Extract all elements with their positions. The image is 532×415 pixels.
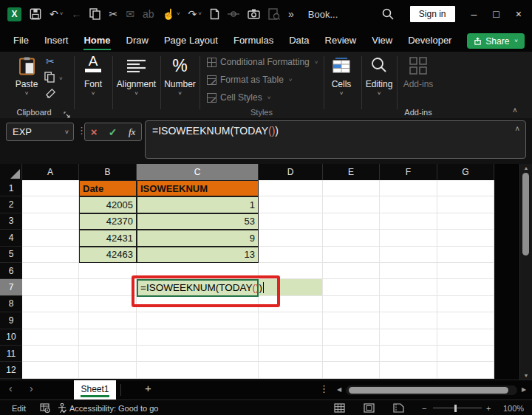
zoom-out-button[interactable]: − (422, 400, 426, 415)
undo-icon[interactable]: ↶˅ (50, 9, 63, 19)
cell-a10[interactable] (22, 329, 79, 346)
cell-a8[interactable] (22, 296, 79, 312)
formula-input[interactable]: =ISOWEEKNUM(TODAY()) ˄ (145, 120, 526, 159)
add-sheet-button[interactable]: + (145, 382, 151, 394)
cell-d4[interactable] (259, 230, 323, 246)
column-header-d[interactable]: D (259, 164, 323, 180)
cell-f9[interactable] (380, 312, 437, 329)
redo-icon[interactable]: ↷˅ (188, 9, 202, 19)
cell-e6[interactable] (323, 263, 380, 279)
cell-e10[interactable] (323, 329, 380, 346)
cell-b7[interactable] (79, 279, 137, 295)
page-layout-view-icon[interactable] (364, 400, 375, 415)
cell-c4[interactable]: 9 (137, 230, 259, 246)
cell-g12[interactable] (437, 362, 494, 378)
row-header-10[interactable]: 10 (0, 329, 22, 346)
cell-f2[interactable] (380, 196, 437, 213)
column-header-b[interactable]: B (79, 164, 137, 180)
cell-g4[interactable] (437, 230, 494, 246)
tab-formulas[interactable]: Formulas (233, 30, 273, 50)
cell-f8[interactable] (380, 296, 437, 312)
cell-d5[interactable] (259, 247, 323, 263)
cell-c12[interactable] (137, 362, 259, 378)
tab-home[interactable]: Home (83, 30, 110, 50)
cell-a1[interactable] (22, 180, 79, 196)
camera-icon[interactable] (248, 9, 260, 19)
cell-e1[interactable] (323, 180, 380, 196)
vertical-scrollbar-thumb[interactable] (522, 173, 529, 255)
paste-button[interactable]: Paste ˅ (10, 55, 43, 97)
accessibility-icon[interactable] (58, 400, 66, 415)
row-header-11[interactable]: 11 (0, 346, 22, 362)
cell-a11[interactable] (22, 346, 79, 362)
format-painter-button[interactable] (45, 88, 56, 102)
row-header-2[interactable]: 2 (0, 196, 22, 213)
cell-a9[interactable] (22, 312, 79, 329)
cell-a3[interactable] (22, 213, 79, 230)
cell-c1[interactable]: ISOWEEKNUM (137, 180, 259, 196)
chevron-down-icon[interactable]: ˅ (60, 11, 64, 17)
cell-g8[interactable] (437, 296, 494, 312)
minimize-button[interactable]: – (471, 8, 477, 20)
cell-d3[interactable] (259, 213, 323, 230)
cell-e12[interactable] (323, 362, 380, 378)
new-document-icon[interactable] (210, 8, 219, 20)
copy-button[interactable] (44, 72, 55, 86)
cell-f11[interactable] (380, 346, 437, 362)
cell-a4[interactable] (22, 230, 79, 246)
editing-button[interactable]: Editing ˅ (360, 55, 398, 97)
row-header-1[interactable]: 1 (0, 180, 22, 196)
cancel-icon[interactable]: × (91, 126, 98, 138)
cut-button[interactable]: ✂ (46, 55, 55, 67)
zoom-level[interactable]: 100% (503, 400, 524, 415)
cells-button[interactable]: Cells ˅ (323, 55, 360, 97)
alignment-button[interactable]: Alignment ˅ (113, 55, 160, 97)
cell-f4[interactable] (380, 230, 437, 246)
save-icon[interactable] (30, 8, 41, 20)
scroll-down-icon[interactable]: ▼ (520, 373, 532, 378)
cell-c8[interactable] (137, 296, 259, 312)
column-header-e[interactable]: E (323, 164, 380, 180)
row-header-4[interactable]: 4 (0, 230, 22, 246)
cell-c5[interactable]: 13 (137, 247, 259, 263)
cell-c10[interactable] (137, 329, 259, 346)
normal-view-icon[interactable] (334, 400, 345, 415)
cell-g6[interactable] (437, 263, 494, 279)
sheet-tabs-more-icon[interactable]: ⋮ (319, 383, 329, 394)
copy-icon[interactable] (89, 8, 100, 20)
cell-e4[interactable] (323, 230, 380, 246)
column-header-f[interactable]: F (380, 164, 437, 180)
sign-in-button[interactable]: Sign in (410, 6, 455, 22)
cell-c6[interactable] (137, 263, 259, 279)
cell-d10[interactable] (259, 329, 323, 346)
cell-b8[interactable] (79, 296, 137, 312)
cell-a12[interactable] (22, 362, 79, 378)
column-header-c[interactable]: C (137, 164, 259, 180)
tab-developer[interactable]: Developer (408, 30, 451, 50)
chevron-down-icon[interactable]: ˅ (59, 75, 63, 82)
cell-b1[interactable]: Date (79, 180, 137, 196)
close-button[interactable]: × (516, 8, 522, 20)
cell-e2[interactable] (323, 196, 380, 213)
chevron-down-icon[interactable]: ˅ (198, 11, 202, 17)
cell-g10[interactable] (437, 329, 494, 346)
cut-icon[interactable]: ✂ (109, 9, 117, 19)
cell-b3[interactable]: 42370 (79, 213, 137, 230)
cell-d1[interactable] (259, 180, 323, 196)
cell-e11[interactable] (323, 346, 380, 362)
cell-a6[interactable] (22, 263, 79, 279)
row-header-7[interactable]: 7 (0, 279, 22, 295)
cell-f6[interactable] (380, 263, 437, 279)
tab-data[interactable]: Data (289, 30, 309, 50)
more-commands-icon[interactable]: » (288, 9, 294, 19)
page-break-view-icon[interactable] (393, 400, 404, 415)
tab-file[interactable]: File (13, 30, 29, 50)
cell-g1[interactable] (437, 180, 494, 196)
cell-d9[interactable] (259, 312, 323, 329)
horizontal-scrollbar-thumb[interactable] (349, 387, 508, 394)
cell-g5[interactable] (437, 247, 494, 263)
cell-b5[interactable]: 42463 (79, 247, 137, 263)
accessibility-status[interactable]: Accessibility: Good to go (69, 400, 158, 415)
cell-d2[interactable] (259, 196, 323, 213)
zoom-in-button[interactable]: + (486, 400, 491, 415)
